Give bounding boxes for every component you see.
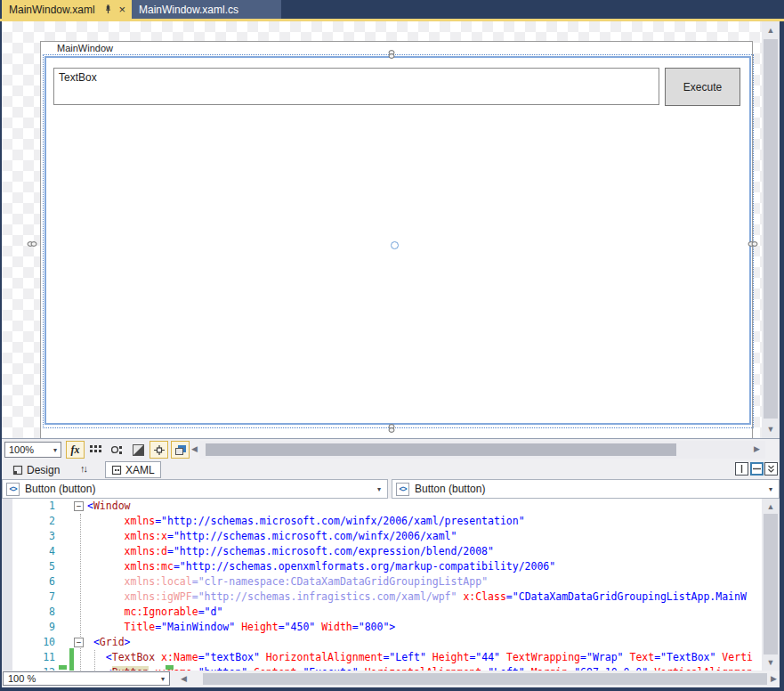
code-line[interactable]: 6xmlns:local="clr-namespace:CDataXamData… bbox=[2, 574, 762, 589]
line-number: 11 bbox=[27, 650, 55, 665]
xaml-designer-surface[interactable]: MainWindow TextBox Execute ▲ ▼ bbox=[2, 21, 780, 438]
editor-element-breadcrumb[interactable]: <> Button (button) ▾ bbox=[392, 479, 780, 499]
scroll-up-icon[interactable]: ▲ bbox=[762, 500, 780, 513]
line-number: 3 bbox=[27, 529, 55, 544]
code-line[interactable]: 1−<Window bbox=[2, 499, 762, 514]
collapse-pane-button[interactable] bbox=[764, 462, 778, 476]
change-mark bbox=[59, 665, 67, 670]
line-number: 6 bbox=[27, 574, 55, 589]
pin-icon[interactable] bbox=[103, 4, 113, 14]
scrollbar-thumb[interactable] bbox=[206, 443, 676, 456]
design-textbox-control[interactable]: TextBox bbox=[53, 68, 659, 105]
document-tab-bar: MainWindow.xaml × MainWindow.xaml.cs bbox=[0, 0, 784, 19]
code-line[interactable]: 7xmlns:igWPF="http://schemas.infragistic… bbox=[2, 589, 762, 605]
code-line[interactable]: 8mc:Ignorable="d" bbox=[2, 605, 762, 620]
fold-toggle-icon[interactable]: − bbox=[74, 638, 84, 647]
code-line[interactable]: 5xmlns:mc="http://schemas.openxmlformats… bbox=[2, 559, 762, 574]
horizontal-split-icon bbox=[753, 465, 761, 473]
change-mark bbox=[166, 665, 174, 670]
breadcrumb-row: <> Button (button) ▾ <> Button (button) … bbox=[2, 479, 780, 499]
chevron-down-icon: ▾ bbox=[53, 446, 57, 454]
code-line[interactable]: 2xmlns="http://schemas.microsoft.com/win… bbox=[2, 514, 762, 529]
code-lines[interactable]: 1−<Window2xmlns="http://schemas.microsof… bbox=[2, 499, 762, 671]
swap-panes-icon[interactable]: ↑↓ bbox=[80, 463, 86, 474]
chevron-down-icon[interactable]: ▾ bbox=[377, 485, 387, 493]
editor-zoom-select[interactable]: 100 % ▾ bbox=[3, 671, 170, 686]
code-line[interactable]: 3xmlns:x="http://schemas.microsoft.com/w… bbox=[2, 529, 762, 544]
designer-vertical-scrollbar[interactable]: ▲ ▼ bbox=[762, 21, 780, 438]
toggle-snaplines-button[interactable] bbox=[150, 441, 168, 459]
line-number: 4 bbox=[27, 544, 55, 559]
code-line[interactable]: 9Title="MainWindow" Height="450" Width="… bbox=[2, 620, 762, 635]
scroll-right-icon[interactable]: ▶ bbox=[771, 674, 777, 683]
toggle-effects-button[interactable]: fx bbox=[66, 441, 85, 459]
line-number: 2 bbox=[27, 514, 55, 529]
snaplines-icon bbox=[153, 444, 166, 456]
tab-mainwindow-xaml-cs[interactable]: MainWindow.xaml.cs bbox=[132, 0, 281, 19]
scroll-down-icon[interactable]: ▼ bbox=[762, 423, 780, 435]
tab-xaml[interactable]: XAML bbox=[105, 461, 161, 478]
collapse-chevrons-icon bbox=[767, 465, 775, 473]
code-line[interactable]: 11<TextBox x:Name="textBox" HorizontalAl… bbox=[2, 650, 762, 665]
toggle-artboard-gradient-icon[interactable] bbox=[133, 444, 145, 456]
tab-label: MainWindow.xaml bbox=[9, 4, 101, 16]
line-number: 5 bbox=[27, 559, 55, 574]
snap-to-grid-icon[interactable] bbox=[111, 444, 124, 456]
xaml-code-editor[interactable]: 1−<Window2xmlns="http://schemas.microsof… bbox=[2, 499, 780, 671]
line-number: 8 bbox=[27, 605, 55, 620]
design-execute-button[interactable]: Execute bbox=[665, 68, 740, 106]
chevron-down-icon: ▾ bbox=[161, 675, 165, 683]
scrollbar-thumb[interactable] bbox=[764, 39, 778, 419]
fold-toggle-icon[interactable]: − bbox=[74, 501, 84, 511]
tab-mainwindow-xaml[interactable]: MainWindow.xaml × bbox=[2, 0, 132, 19]
pane-tab-bar: Design ↑↓ XAML bbox=[2, 460, 780, 479]
vertical-split-button[interactable] bbox=[735, 462, 748, 476]
design-window-title: MainWindow bbox=[57, 43, 113, 53]
resize-handle-top-icon[interactable] bbox=[384, 49, 399, 60]
artboard-background-icon bbox=[174, 444, 187, 456]
visual-studio-editor: MainWindow.xaml × MainWindow.xaml.cs Mai… bbox=[0, 0, 784, 691]
tab-label: Design bbox=[27, 464, 60, 476]
zoom-value: 100% bbox=[9, 444, 34, 455]
show-snap-grid-icon[interactable] bbox=[90, 444, 102, 456]
breadcrumb-label: Button (button) bbox=[415, 483, 769, 495]
xaml-view-icon bbox=[111, 465, 122, 476]
element-icon: <> bbox=[396, 483, 409, 496]
editor-vertical-scrollbar[interactable]: ▲ ▼ bbox=[762, 499, 780, 671]
change-tracking-bar bbox=[69, 648, 74, 671]
toggle-artboard-background-button[interactable] bbox=[171, 441, 190, 459]
tab-label: XAML bbox=[125, 464, 155, 476]
scroll-right-icon[interactable]: ▶ bbox=[754, 444, 760, 453]
code-line[interactable]: 4xmlns:d="http://schemas.microsoft.com/e… bbox=[2, 544, 762, 559]
line-number: 9 bbox=[27, 620, 55, 635]
chevron-down-icon[interactable]: ▾ bbox=[769, 485, 779, 493]
line-number: 10 bbox=[27, 635, 55, 650]
vertical-split-icon bbox=[738, 465, 746, 473]
scroll-left-icon[interactable]: ◀ bbox=[181, 674, 187, 683]
scroll-left-icon[interactable]: ◀ bbox=[191, 444, 198, 453]
editor-status-row: 100 % ▾ ◀ ▶ bbox=[2, 671, 780, 687]
horizontal-split-button[interactable] bbox=[750, 462, 764, 476]
line-number: 1 bbox=[27, 499, 55, 514]
scrollbar-thumb[interactable] bbox=[764, 514, 778, 654]
design-view-icon bbox=[12, 465, 23, 476]
zoom-value: 100 % bbox=[8, 673, 36, 684]
scroll-down-icon[interactable]: ▼ bbox=[762, 656, 780, 669]
center-anchor-icon bbox=[391, 241, 399, 249]
resize-handle-bottom-icon[interactable] bbox=[384, 423, 399, 434]
breadcrumb-label: Button (button) bbox=[25, 483, 377, 495]
designer-toolbar: 100% ▾ fx ◀ ▶ bbox=[2, 438, 780, 460]
selection-outline bbox=[44, 56, 751, 425]
scrollbar-thumb[interactable] bbox=[203, 673, 767, 685]
resize-handle-right-icon[interactable] bbox=[746, 239, 760, 249]
close-icon[interactable]: × bbox=[116, 4, 128, 15]
code-line[interactable]: 10−<Grid> bbox=[2, 635, 762, 650]
tab-label: MainWindow.xaml.cs bbox=[139, 4, 238, 16]
resize-handle-left-icon[interactable] bbox=[25, 239, 39, 249]
designer-element-breadcrumb[interactable]: <> Button (button) ▾ bbox=[2, 479, 388, 499]
fx-icon: fx bbox=[71, 443, 80, 457]
designer-zoom-select[interactable]: 100% ▾ bbox=[4, 442, 61, 458]
scroll-up-icon[interactable]: ▲ bbox=[762, 24, 780, 37]
tab-design[interactable]: Design bbox=[7, 461, 65, 478]
element-icon: <> bbox=[6, 483, 20, 496]
